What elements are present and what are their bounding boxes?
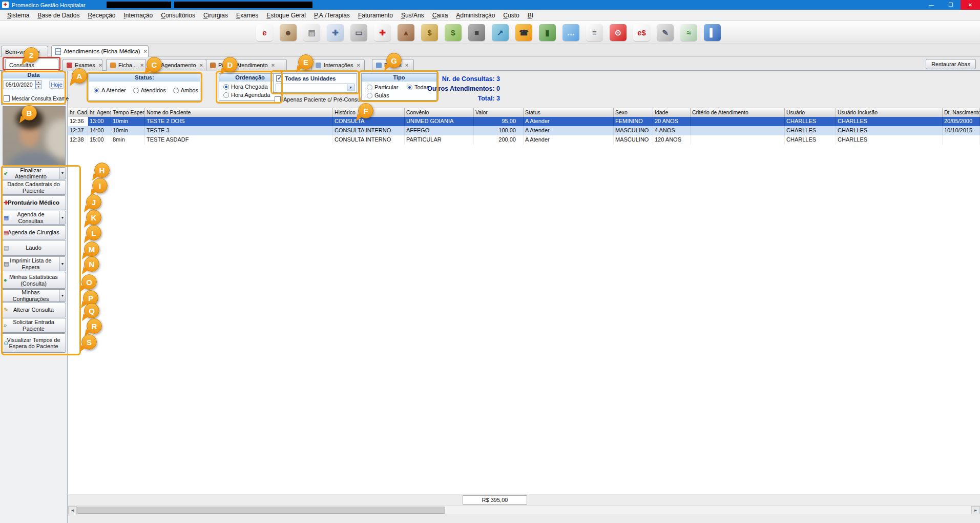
column-header-usuario-inclusao[interactable]: Usuário Inclusão <box>836 108 943 117</box>
column-header-hr-agend[interactable]: hr. Agend. <box>88 108 111 117</box>
maximize-button[interactable]: ❒ <box>941 0 961 10</box>
phonebook-icon[interactable]: ☎ <box>515 24 532 41</box>
cell-tempo-espera: 10min <box>111 117 145 126</box>
minimize-button[interactable]: — <box>922 0 941 10</box>
annotation-pin-r: R <box>87 318 102 334</box>
scroll-left-arrow-icon[interactable]: ◄ <box>68 506 77 514</box>
menu-base-de-dados[interactable]: Base de Dados <box>33 11 84 20</box>
column-header-hr-cad[interactable]: hr. Cad. <box>68 108 88 117</box>
close-icon[interactable]: × <box>144 48 147 54</box>
close-icon[interactable]: × <box>405 62 408 68</box>
menu-consultorios[interactable]: Consultórios <box>157 11 199 20</box>
tab-pronto-atendimento[interactable]: Pronto Atendimento× <box>206 59 287 71</box>
close-icon[interactable]: × <box>99 62 102 68</box>
tab-ficha[interactable]: Ficha...× <box>106 59 146 71</box>
billing-icon[interactable]: $ <box>445 24 462 41</box>
cell-sexo: MASCULINO <box>614 126 653 135</box>
bi-book-icon[interactable]: ▌ <box>704 24 721 41</box>
pre-consulta-row[interactable]: Apenas Paciente c/ Pré-Consulta <box>275 96 366 103</box>
annotation-pin-s: S <box>81 334 97 350</box>
annotation-pin-e: E <box>298 54 314 70</box>
chat-bubble-icon[interactable]: … <box>562 24 579 41</box>
consultorios-icon[interactable]: ✚ <box>327 24 344 41</box>
construction-icon[interactable]: ▲ <box>398 24 414 41</box>
form-icon <box>55 48 61 55</box>
reception-icon[interactable]: ☻ <box>280 24 297 41</box>
column-header-criterio-de-atendimento[interactable]: Critério de Atendimento <box>691 108 785 117</box>
close-icon[interactable]: × <box>272 62 275 68</box>
cell-dt-nascimento: 10/10/2015 <box>943 126 980 135</box>
table-row[interactable]: 12:3613:0010minTESTE 2 DOISCONSULTAUNIME… <box>68 117 980 126</box>
safe-icon[interactable]: ■ <box>468 24 485 41</box>
column-header-dt-nascimento[interactable]: Dt. Nascimento <box>943 108 980 117</box>
finance-icon[interactable]: $ <box>421 24 438 41</box>
column-header-valor[interactable]: Valor <box>474 108 524 117</box>
restaurar-abas-button[interactable]: Restaurar Abas <box>926 59 976 69</box>
menu-custo[interactable]: Custo <box>499 11 523 20</box>
column-header-idade[interactable]: Idade <box>653 108 691 117</box>
close-button[interactable]: ✕ <box>961 0 980 10</box>
column-header-usuario[interactable]: Usuário <box>785 108 836 117</box>
tab-icon <box>110 63 116 68</box>
cell-tempo-espera: 8min <box>111 135 145 145</box>
menu-p-a-terapias[interactable]: P.A./Terapias <box>310 11 354 20</box>
table-row[interactable]: 12:3714:0010minTESTE 3CONSULTA INTERNOAF… <box>68 126 980 135</box>
menu-cirurgias[interactable]: Cirurgias <box>199 11 232 20</box>
cell-hr-cad: 12:38 <box>68 135 88 145</box>
valor-total: R$ 395,00 <box>463 495 527 505</box>
cell-historico: CONSULTA <box>333 117 405 126</box>
close-icon[interactable]: × <box>200 62 203 68</box>
menu-bi[interactable]: BI <box>524 11 537 20</box>
wallet-icon[interactable]: ▮ <box>539 24 556 41</box>
menu-caixa[interactable]: Caixa <box>428 11 452 20</box>
annotation-box-data-group-box <box>1 71 66 105</box>
column-header-nome-do-paciente[interactable]: Nome do Paciente <box>145 108 333 117</box>
redacted-region <box>174 2 312 8</box>
print-edit-icon[interactable]: ✎ <box>657 24 674 41</box>
cell-usuario-inclusao: CHARLLES <box>836 135 943 145</box>
close-icon[interactable]: × <box>140 62 143 68</box>
close-icon[interactable]: × <box>357 62 360 68</box>
column-header-convenio[interactable]: Convênio <box>405 108 474 117</box>
tab-label: Exames <box>75 62 95 68</box>
menu-faturamento[interactable]: Faturamento <box>354 11 397 20</box>
power-icon[interactable]: ⊙ <box>610 24 627 41</box>
cell-idade: 20 ANOS <box>653 117 691 126</box>
tab-label: Atendimentos (Ficha Médica) <box>64 48 140 54</box>
annotation-pin-m: M <box>84 242 99 257</box>
cell-historico: CONSULTA INTERNO <box>333 126 405 135</box>
column-header-status[interactable]: Status <box>524 108 614 117</box>
menu-administracao[interactable]: Administração <box>452 11 499 20</box>
menu-sus-ans[interactable]: Sus/Ans <box>397 11 428 20</box>
tab-internacoes[interactable]: Internações× <box>311 59 365 71</box>
schedule-icon[interactable]: ▤ <box>303 24 320 41</box>
monitor-chart-icon[interactable]: ≈ <box>680 24 697 41</box>
menu-estoque-geral[interactable]: Estoque Geral <box>262 11 310 20</box>
cell-hr-agend: 15:00 <box>88 135 111 145</box>
menu-sistema[interactable]: Sistema <box>3 11 33 20</box>
scroll-right-arrow-icon[interactable]: ► <box>971 506 980 514</box>
ambulance-icon[interactable]: ✚ <box>374 24 391 41</box>
grid-body <box>68 117 980 494</box>
horizontal-scrollbar[interactable]: ◄ ► <box>68 506 980 514</box>
internacao-bed-icon[interactable]: ▭ <box>350 24 367 41</box>
promedico-logo-icon[interactable]: e <box>256 24 273 41</box>
menu-exames[interactable]: Exames <box>232 11 262 20</box>
column-header-sexo[interactable]: Sexo <box>614 108 653 117</box>
app-window: Promedico Gestão Hospitalar — ❒ ✕ Sistem… <box>0 0 980 523</box>
annotation-pin-k: K <box>86 210 101 225</box>
menu-recepcao[interactable]: Recepção <box>84 11 119 20</box>
chart-arrow-icon[interactable]: ↗ <box>492 24 509 41</box>
column-header-tempo-espera[interactable]: Tempo Espera <box>111 108 145 117</box>
table-row[interactable]: 12:3815:008minTESTE ASDADFCONSULTA INTER… <box>68 135 980 145</box>
cell-hr-agend: 13:00 <box>88 117 111 126</box>
tab-atendimentos-ficha-medica[interactable]: Atendimentos (Ficha Médica)× <box>51 45 149 57</box>
cell-nome-do-paciente: TESTE 2 DOIS <box>145 117 333 126</box>
scrollbar-thumb[interactable] <box>77 507 445 514</box>
menu-internacao[interactable]: Internação <box>119 11 157 20</box>
report-icon[interactable]: ≡ <box>586 24 603 41</box>
toolbar: e☻▤✚▭✚▲$$■↗☎▮…≡⊙e$✎≈▌ <box>0 21 980 44</box>
cell-sexo: MASCULINO <box>614 135 653 145</box>
esocial-icon[interactable]: e$ <box>633 24 650 41</box>
cell-status: A Atender <box>524 126 614 135</box>
